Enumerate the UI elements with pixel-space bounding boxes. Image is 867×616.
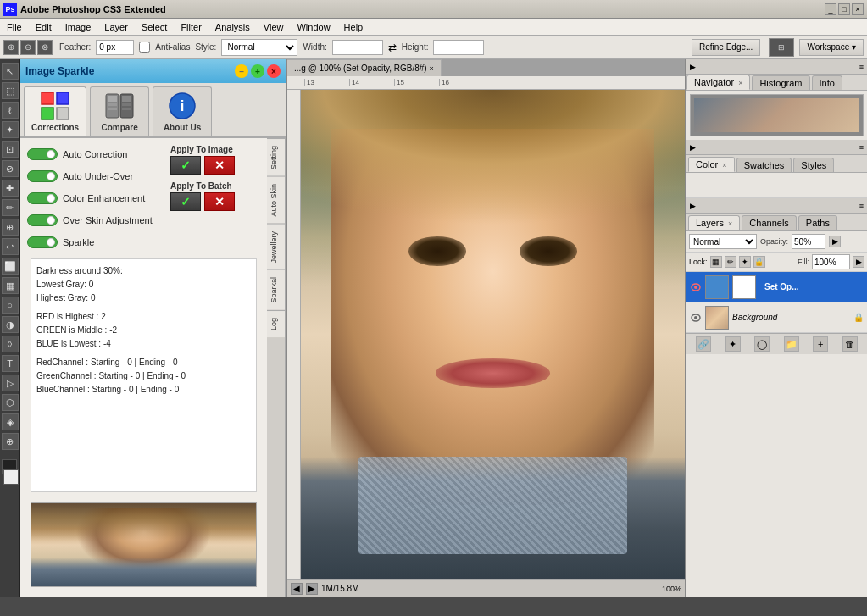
color-enhancement-toggle[interactable] (27, 192, 58, 204)
fill-menu-button[interactable]: ▶ (853, 256, 864, 268)
status-next-arrow[interactable]: ▶ (306, 583, 318, 595)
color-panel-menu[interactable]: ≡ (859, 143, 864, 152)
status-prev-arrow[interactable]: ◀ (291, 583, 303, 595)
new-layer-button[interactable]: + (813, 336, 828, 352)
tab-about[interactable]: i About Us (153, 86, 212, 136)
healing-tool[interactable]: ✚ (2, 180, 19, 197)
side-tab-jewellery[interactable]: Jewellery (267, 224, 285, 270)
navigator-tab-close[interactable]: × (738, 79, 742, 87)
move-tool[interactable]: ↖ (2, 63, 19, 80)
apply-image-check-button[interactable]: ✓ (170, 156, 201, 175)
menu-edit[interactable]: Edit (29, 19, 58, 35)
auto-correction-toggle[interactable] (27, 148, 58, 160)
tab-histogram[interactable]: Histogram (752, 75, 809, 90)
blur-tool[interactable]: ○ (2, 297, 19, 314)
tab-paths[interactable]: Paths (798, 215, 837, 230)
anti-alias-checkbox[interactable] (139, 42, 150, 53)
layer-effects-button[interactable]: ✦ (725, 336, 741, 352)
tool-option-1[interactable]: ⊕ (3, 40, 19, 55)
clone-stamp-tool[interactable]: ⊕ (2, 219, 19, 236)
menu-filter[interactable]: Filter (174, 19, 208, 35)
blend-mode-select[interactable]: Normal Multiply Screen (689, 234, 757, 249)
feather-input[interactable] (96, 40, 134, 55)
side-tab-log[interactable]: Log (267, 310, 285, 337)
menu-view[interactable]: View (257, 19, 291, 35)
layer-visibility-background[interactable] (690, 312, 702, 324)
magic-wand-tool[interactable]: ✦ (2, 121, 19, 138)
menu-help[interactable]: Help (337, 19, 370, 35)
layers-menu-icon[interactable]: ≡ (859, 202, 864, 210)
shape-tool[interactable]: ⬡ (2, 394, 19, 411)
layer-item-set-op[interactable]: Set Op... (686, 272, 867, 302)
lock-transparency-icon[interactable]: ▦ (710, 256, 722, 268)
tab-channels[interactable]: Channels (742, 215, 796, 230)
plugin-close-button[interactable]: × (267, 64, 281, 78)
color-panel-expand[interactable]: ▶ (690, 143, 696, 152)
refine-edge-button[interactable]: Refine Edge... (692, 39, 760, 56)
side-tab-auto-skin[interactable]: Auto Skin (267, 176, 285, 224)
lock-all-icon[interactable]: 🔒 (753, 256, 765, 268)
tab-navigator[interactable]: Navigator × (686, 75, 750, 90)
layers-expand-icon[interactable]: ▶ (690, 202, 696, 210)
menu-select[interactable]: Select (135, 19, 175, 35)
panel-expand-icon[interactable]: ▶ (690, 63, 696, 71)
tab-info[interactable]: Info (812, 75, 842, 90)
sparkle-toggle[interactable] (27, 236, 58, 248)
menu-layer[interactable]: Layer (97, 19, 135, 35)
width-input[interactable] (332, 40, 383, 55)
plugin-minimize-button[interactable]: – (235, 64, 248, 78)
menu-analysis[interactable]: Analysis (208, 19, 257, 35)
side-tab-setting[interactable]: Setting (267, 138, 285, 176)
opacity-input[interactable] (792, 234, 825, 249)
tool-option-2[interactable]: ⊖ (20, 40, 36, 55)
canvas-tab[interactable]: ...g @ 100% (Set Opacity, RGB/8#) × (287, 59, 442, 76)
menu-window[interactable]: Window (290, 19, 336, 35)
eraser-tool[interactable]: ⬜ (2, 258, 19, 275)
apply-batch-x-button[interactable]: ✕ (204, 192, 235, 211)
set-op-button[interactable]: Set Op... (759, 280, 804, 293)
minimize-button[interactable]: _ (825, 3, 836, 15)
menu-image[interactable]: Image (58, 19, 98, 35)
tab-swatches[interactable]: Swatches (736, 158, 792, 172)
plugin-maximize-button[interactable]: + (251, 64, 264, 78)
tool-option-3[interactable]: ⊗ (37, 40, 53, 55)
delete-layer-button[interactable]: 🗑 (842, 336, 858, 352)
side-tab-sparkal[interactable]: Sparkal (267, 269, 285, 310)
path-select-tool[interactable]: ▷ (2, 375, 19, 391)
title-bar-controls[interactable]: _ □ × (825, 3, 864, 15)
layer-visibility-set-op[interactable] (690, 281, 702, 293)
zoom-tool[interactable]: ⊕ (2, 433, 19, 450)
layer-item-background[interactable]: Background 🔒 (686, 302, 867, 333)
lock-move-icon[interactable]: ✦ (739, 256, 751, 268)
layer-link-button[interactable]: 🔗 (696, 336, 711, 352)
style-select[interactable]: Normal Fixed Ratio Fixed Size (221, 39, 297, 56)
maximize-button[interactable]: □ (838, 3, 850, 15)
type-tool[interactable]: T (2, 355, 19, 372)
apply-image-x-button[interactable]: ✕ (204, 156, 235, 175)
tab-layers[interactable]: Layers × (688, 215, 740, 230)
dodge-tool[interactable]: ◑ (2, 316, 19, 333)
workspace-button[interactable]: Workspace ▾ (799, 39, 864, 56)
layer-group-button[interactable]: 📁 (784, 336, 799, 352)
3d-tool[interactable]: ◈ (2, 413, 19, 430)
menu-file[interactable]: File (0, 19, 29, 35)
canvas-tab-close[interactable]: × (429, 64, 433, 73)
workspace-icon[interactable]: ⊞ (769, 38, 794, 57)
tab-styles[interactable]: Styles (793, 158, 834, 172)
fill-input[interactable] (812, 254, 850, 269)
brush-tool[interactable]: ✏ (2, 199, 19, 216)
over-skin-toggle[interactable] (27, 214, 58, 226)
marquee-tool[interactable]: ⬚ (2, 82, 19, 99)
layers-menu-button[interactable]: ▶ (829, 236, 841, 247)
crop-tool[interactable]: ⊡ (2, 141, 19, 158)
height-input[interactable] (433, 40, 484, 55)
apply-batch-check-button[interactable]: ✓ (170, 192, 201, 211)
lasso-tool[interactable]: ℓ (2, 102, 19, 119)
auto-under-over-toggle[interactable] (27, 170, 58, 182)
tab-color[interactable]: Color × (688, 157, 735, 172)
history-brush-tool[interactable]: ↩ (2, 238, 19, 255)
background-color[interactable] (3, 469, 19, 485)
canvas-image[interactable] (301, 90, 685, 579)
panel-menu-icon[interactable]: ≡ (859, 63, 864, 71)
eyedropper-tool[interactable]: ⊘ (2, 160, 19, 177)
